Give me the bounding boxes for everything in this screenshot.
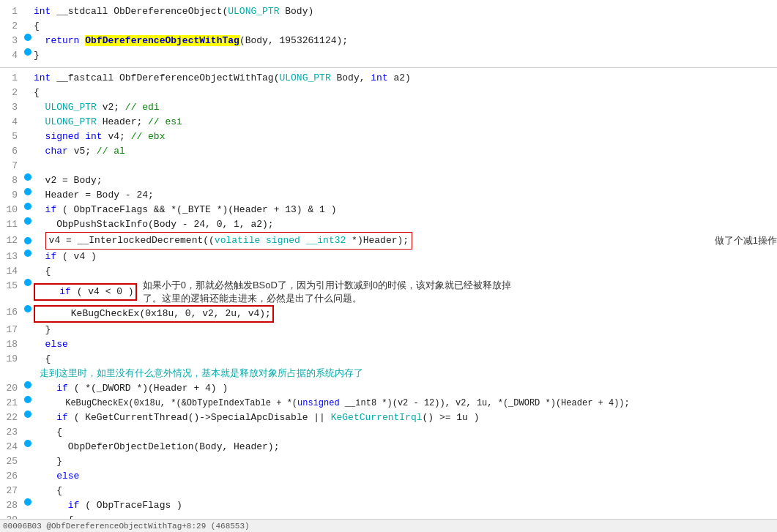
- code-line: 4 ULONG_PTR Header; // esi: [0, 115, 777, 130]
- line-number: 20: [0, 381, 22, 396]
- code-text: else: [34, 337, 777, 352]
- code-line: 12 v4 = __InterlockedDecrement((volatile…: [0, 232, 777, 250]
- line-number: 5: [0, 130, 22, 144]
- code-text: {: [34, 484, 777, 498]
- code-text: KeBugCheckEx(0x18u, *(&ObTypeIndexTable …: [34, 396, 777, 411]
- code-line-chinese: 走到这里时，如里没有什么意外情况，基本就是释放对象所占据的系统内存了: [0, 367, 777, 381]
- code-text: {: [34, 19, 777, 34]
- code-line: 10 if ( ObpTraceFlags && *(_BYTE *)(Head…: [0, 203, 777, 217]
- code-line: 3 ULONG_PTR v2; // edi: [0, 100, 777, 115]
- code-line: 19 {: [0, 352, 777, 367]
- line-number: 9: [0, 188, 22, 203]
- bullet-dot-3: [22, 34, 34, 41]
- line-number: 14: [0, 264, 22, 279]
- code-text: {: [34, 86, 777, 100]
- line-number: 19: [0, 352, 22, 367]
- line-number: 18: [0, 337, 22, 352]
- code-line: 24 ObpDeferObjectDeletion(Body, Header);: [0, 440, 777, 454]
- code-line: 1 int __stdcall ObDereferenceObject(ULON…: [0, 4, 777, 19]
- bullet-dot-15: [22, 279, 34, 286]
- code-line: 3 return ObfDereferenceObjectWithTag(Bod…: [0, 34, 777, 48]
- code-text: {: [34, 264, 777, 279]
- code-text: Header = Body - 24;: [34, 188, 777, 203]
- code-text: if ( KeGetCurrentThread()->SpecialApcDis…: [34, 411, 777, 425]
- line-number: 22: [0, 411, 22, 425]
- code-text: }: [34, 454, 777, 469]
- code-line: 4 }: [0, 48, 777, 63]
- code-line: 13 if ( v4 ): [0, 250, 777, 264]
- code-text: else: [34, 469, 777, 484]
- code-text: int __fastcall ObfDereferenceObjectWithT…: [34, 71, 777, 86]
- code-text: ObpPushStackInfo(Body - 24, 0, 1, a2);: [34, 217, 777, 232]
- bullet-dot-16: [22, 305, 34, 312]
- annotation-19b: 走到这里时，如里没有什么意外情况，基本就是释放对象所占据的系统内存了: [40, 367, 363, 380]
- line-number: 3: [0, 34, 22, 48]
- code-text: {: [34, 352, 777, 367]
- code-line: 15 if ( v4 < 0 ) 如果小于0，那就必然触发BSoD了，因为引用计…: [0, 279, 777, 305]
- code-text: if ( *(_DWORD *)(Header + 4) ): [34, 381, 777, 396]
- code-line: 1 int __fastcall ObfDereferenceObjectWit…: [0, 71, 777, 86]
- line-number: 24: [0, 440, 22, 454]
- line-number: 4: [0, 115, 22, 130]
- code-text: if ( v4 ): [34, 250, 777, 264]
- bullet-dot-4: [22, 48, 34, 56]
- line-number: 6: [0, 144, 22, 159]
- code-line: 27 {: [0, 484, 777, 498]
- code-line: 16 KeBugCheckEx(0x18u, 0, v2, 2u, v4);: [0, 305, 777, 323]
- code-container: 1 int __stdcall ObDereferenceObject(ULON…: [0, 0, 777, 532]
- line-number: 13: [0, 250, 22, 264]
- bullet-dot-8: [22, 173, 34, 181]
- code-text: int __stdcall ObDereferenceObject(ULONG_…: [34, 4, 777, 19]
- code-text: if ( ObpTraceFlags && *(_BYTE *)(Header …: [34, 203, 777, 217]
- code-text: v2 = Body;: [34, 173, 777, 188]
- bullet-dot-22: [22, 411, 34, 418]
- annotation-12: 做了个减1操作: [715, 234, 777, 247]
- line-number: 4: [0, 48, 22, 63]
- line-number: 10: [0, 203, 22, 217]
- code-line: 11 ObpPushStackInfo(Body - 24, 0, 1, a2)…: [0, 217, 777, 232]
- code-text: ULONG_PTR Header; // esi: [34, 115, 777, 130]
- code-line: 26 else: [0, 469, 777, 484]
- status-text: 00006B03 @ObfDereferenceObjectWithTag+8:…: [3, 522, 250, 531]
- code-line: 21 KeBugCheckEx(0x18u, *(&ObTypeIndexTab…: [0, 396, 777, 411]
- bullet-dot-9: [22, 188, 34, 195]
- line-number: 8: [0, 173, 22, 188]
- bottom-section: 1 int __fastcall ObfDereferenceObjectWit…: [0, 68, 777, 532]
- code-text: v4 = __InterlockedDecrement((volatile si…: [34, 232, 709, 250]
- line-number: 7: [0, 159, 22, 173]
- code-line: 2 {: [0, 19, 777, 34]
- line-number: 1: [0, 71, 22, 86]
- code-line: 7: [0, 159, 777, 173]
- code-text: if ( v4 < 0 ) 如果小于0，那就必然触发BSoD了，因为引用计数减到…: [34, 279, 777, 305]
- code-line: 28 if ( ObpTraceFlags ): [0, 498, 777, 513]
- line-number: 17: [0, 323, 22, 337]
- code-text: {: [34, 425, 777, 440]
- bullet-dot-21: [22, 396, 34, 403]
- bullet-dot-12: [22, 237, 34, 244]
- bullet-dot-28: [22, 498, 34, 506]
- code-line: 14 {: [0, 264, 777, 279]
- code-line: 5 signed int v4; // ebx: [0, 130, 777, 144]
- code-line: 22 if ( KeGetCurrentThread()->SpecialApc…: [0, 411, 777, 425]
- line-number: 1: [0, 4, 22, 19]
- bullet-dot-13: [22, 250, 34, 257]
- bullet-dot-10: [22, 203, 34, 210]
- line-number: 23: [0, 425, 22, 440]
- code-line: 25 }: [0, 454, 777, 469]
- code-line: 6 char v5; // al: [0, 144, 777, 159]
- line-number: 12: [0, 233, 22, 248]
- line-number: 26: [0, 469, 22, 484]
- code-text: KeBugCheckEx(0x18u, 0, v2, 2u, v4);: [34, 305, 777, 323]
- line-number: 2: [0, 86, 22, 100]
- code-text: ULONG_PTR v2; // edi: [34, 100, 777, 115]
- code-line: 20 if ( *(_DWORD *)(Header + 4) ): [0, 381, 777, 396]
- code-text: if ( ObpTraceFlags ): [34, 498, 777, 513]
- code-line: 23 {: [0, 425, 777, 440]
- code-line: 18 else: [0, 337, 777, 352]
- code-line: 17 }: [0, 323, 777, 337]
- top-section: 1 int __stdcall ObDereferenceObject(ULON…: [0, 0, 777, 68]
- annotation-15: 如果小于0，那就必然触发BSoD了，因为引用计数减到0的时候，该对象就已经被释放…: [143, 279, 524, 305]
- line-number: 25: [0, 454, 22, 469]
- code-line: 2 {: [0, 86, 777, 100]
- line-number: 15: [0, 279, 22, 293]
